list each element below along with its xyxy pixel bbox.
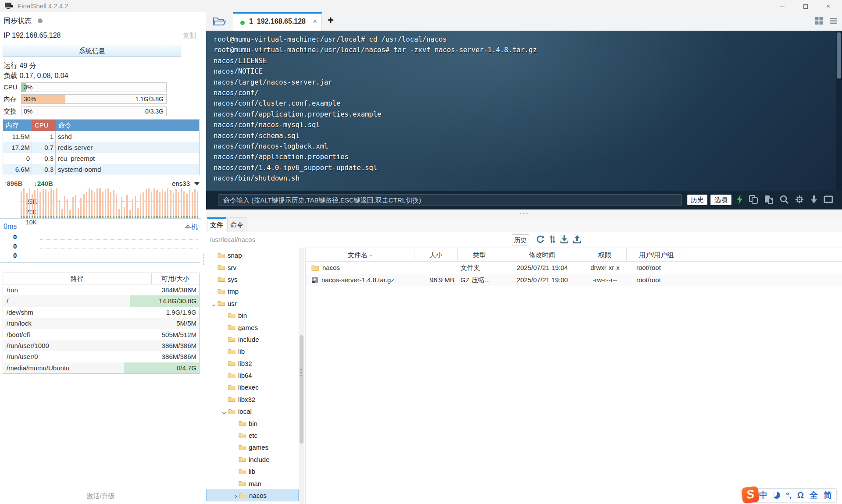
minimize-button[interactable] <box>772 0 792 12</box>
tree-item-lib64[interactable]: lib64 <box>206 369 299 381</box>
local-host-label[interactable]: 本机 <box>185 223 198 231</box>
command-input[interactable]: 命令输入 (按ALT键提示历史,TAB键路径,ESC键返回,双击CTRL切换) <box>218 194 682 206</box>
terminal-output[interactable]: root@mumu-virtual-machine:/usr/local# cd… <box>206 31 842 191</box>
sidebar-splitter[interactable] <box>201 12 206 504</box>
titlebar: FinalShell 4.2.4.2 × <box>0 0 842 12</box>
tree-item-lib[interactable]: lib <box>206 465 299 477</box>
terminal-tab[interactable]: 1 192.168.65.128 × <box>233 12 322 31</box>
upload-icon[interactable] <box>573 235 581 244</box>
chinese-mode-icon[interactable]: 中 <box>759 489 767 502</box>
tree-scrollbar[interactable] <box>299 248 304 504</box>
traffic-bar <box>178 192 179 218</box>
chevron-expanded-icon[interactable] <box>222 411 226 414</box>
system-info-button[interactable]: 系统信息 <box>3 45 181 57</box>
tab-files[interactable]: 文件 <box>207 217 226 232</box>
tree-item-man[interactable]: man <box>206 477 299 489</box>
path-history-button[interactable]: 历史 <box>512 234 529 245</box>
process-row[interactable]: 00.3rcu_preempt <box>3 153 199 164</box>
disk-row[interactable]: /run/lock5M/5M <box>3 318 199 329</box>
window-mode-icon[interactable] <box>824 195 833 204</box>
disk-row[interactable]: /dev/shm1.9G/1.9G <box>3 307 199 318</box>
chevron-down-icon[interactable] <box>194 182 200 185</box>
tab-commands[interactable]: 命令 <box>227 217 246 232</box>
disk-row[interactable]: /boot/efi505M/512M <box>3 329 199 340</box>
disk-row[interactable]: /run/user/1000386M/386M <box>3 340 199 351</box>
new-tab-button[interactable]: + <box>328 14 334 26</box>
tree-splitter[interactable] <box>300 369 302 376</box>
layout-grid-icon[interactable] <box>815 17 823 25</box>
tree-item-bin[interactable]: bin <box>206 417 299 429</box>
panel-splitter[interactable] <box>206 209 842 217</box>
copy-ip-button[interactable]: 复制 <box>183 32 196 40</box>
sogou-logo-icon[interactable]: S <box>741 486 760 504</box>
disk-row[interactable]: /media/mumu/Ubuntu0/4.7G <box>3 362 199 373</box>
process-row[interactable]: 6.6M0.3systemd-oomd <box>3 164 199 175</box>
disk-usage: 1.9G/1.9G <box>152 307 199 318</box>
download-arrow-icon[interactable] <box>810 195 818 204</box>
tree-item-usr[interactable]: usr <box>206 298 299 309</box>
tree-item-nacos[interactable]: nacos <box>206 490 299 501</box>
lightning-icon[interactable] <box>737 195 743 204</box>
tree-item-libx32[interactable]: libx32 <box>206 394 299 405</box>
moon-icon[interactable] <box>773 492 780 499</box>
terminal-scrollbar[interactable] <box>836 31 842 191</box>
process-table-header[interactable]: 内存 CPU 命令 <box>3 120 199 131</box>
folder-icon <box>228 384 235 390</box>
tree-item-etc[interactable]: etc <box>206 429 299 441</box>
traffic-bar <box>164 192 166 218</box>
tree-item-lib[interactable]: lib <box>206 345 299 357</box>
file-row-nacos-server-1.4.8.tar.gz[interactable]: nacos-server-1.4.8.tar.gz96.9 MBGZ 压缩...… <box>306 274 842 286</box>
search-icon[interactable] <box>779 195 789 204</box>
transfer-icon[interactable] <box>549 235 556 244</box>
gear-icon[interactable] <box>795 195 804 204</box>
history-button[interactable]: 历史 <box>687 195 707 205</box>
activate-upgrade-link[interactable]: 激活/升级 <box>0 492 201 500</box>
file-list-header[interactable]: 文件名 大小 类型 修改时间 权限 用户/用户组 <box>306 248 842 262</box>
window-title: FinalShell 4.2.4.2 <box>18 2 68 10</box>
tree-item-bin[interactable]: bin <box>206 309 299 321</box>
punctuation-icon[interactable]: °, <box>786 489 792 502</box>
disk-row[interactable]: /run/user/0386M/386M <box>3 351 199 362</box>
options-button[interactable]: 选项 <box>710 195 731 205</box>
simplified-icon[interactable]: 简 <box>824 489 832 502</box>
folder-icon <box>239 456 246 462</box>
download-icon[interactable] <box>560 235 568 244</box>
refresh-icon[interactable] <box>536 235 545 244</box>
tree-item-libexec[interactable]: libexec <box>206 381 299 393</box>
process-row[interactable]: 17.2M0.7redis-server <box>3 142 199 153</box>
tree-item-snap[interactable]: snap <box>206 249 299 261</box>
chevron-collapsed-icon[interactable] <box>233 495 237 498</box>
tree-item-srv[interactable]: srv <box>206 261 299 273</box>
tree-item-lib32[interactable]: lib32 <box>206 358 299 369</box>
disk-row[interactable]: /14.8G/30.8G <box>3 295 199 306</box>
terminal-line: nacos/conf/cluster.conf.example <box>214 98 829 109</box>
special-chars-icon[interactable]: Ω <box>797 489 804 502</box>
maximize-button[interactable] <box>796 0 816 12</box>
path-input[interactable]: /usr/local/nacos <box>210 236 255 243</box>
paste-icon[interactable] <box>764 195 774 204</box>
disk-table-header[interactable]: 路径 可用/大小 <box>3 273 199 284</box>
traffic-bar <box>72 197 74 218</box>
tree-item-tmp[interactable]: tmp <box>206 285 299 297</box>
interface-select[interactable]: ens33 <box>172 180 190 187</box>
tree-item-include[interactable]: include <box>206 454 299 465</box>
disk-row[interactable]: /run384M/386M <box>3 284 199 295</box>
tree-item-games[interactable]: games <box>206 441 299 453</box>
menu-icon[interactable] <box>829 17 838 25</box>
folder-icon <box>239 480 246 486</box>
chevron-expanded-icon[interactable] <box>212 303 215 306</box>
process-row[interactable]: 11.5M1sshd <box>3 131 199 142</box>
fullwidth-icon[interactable]: 全 <box>810 489 818 502</box>
tree-item-sys[interactable]: sys <box>206 273 299 285</box>
copy-icon[interactable] <box>749 195 758 204</box>
file-row-nacos[interactable]: nacos文件夹2025/07/21 19:04drwxr-xr-xroot/r… <box>306 262 842 274</box>
tree-item-local[interactable]: local <box>206 405 299 417</box>
download-rate: ↓240B <box>34 180 53 187</box>
tree-item-games[interactable]: games <box>206 321 299 333</box>
tree-item-include[interactable]: include <box>206 334 299 345</box>
tab-close-icon[interactable]: × <box>313 17 317 26</box>
file-perms: drwxr-xr-x <box>583 262 627 274</box>
close-button[interactable]: × <box>818 0 838 12</box>
latency-row: 0 <box>0 233 201 242</box>
connection-manager-button[interactable] <box>212 15 227 28</box>
